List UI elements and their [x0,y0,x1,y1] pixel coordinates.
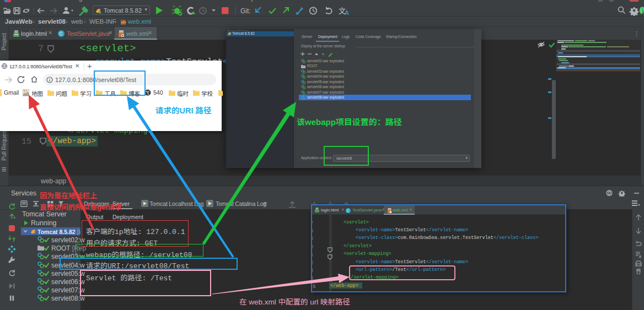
svg-text:A: A [345,9,349,16]
svg-text:C: C [347,209,350,213]
svg-text:Git:: Git: [240,7,251,15]
svg-text:</>: </> [121,20,127,24]
svg-text:C: C [59,31,62,36]
